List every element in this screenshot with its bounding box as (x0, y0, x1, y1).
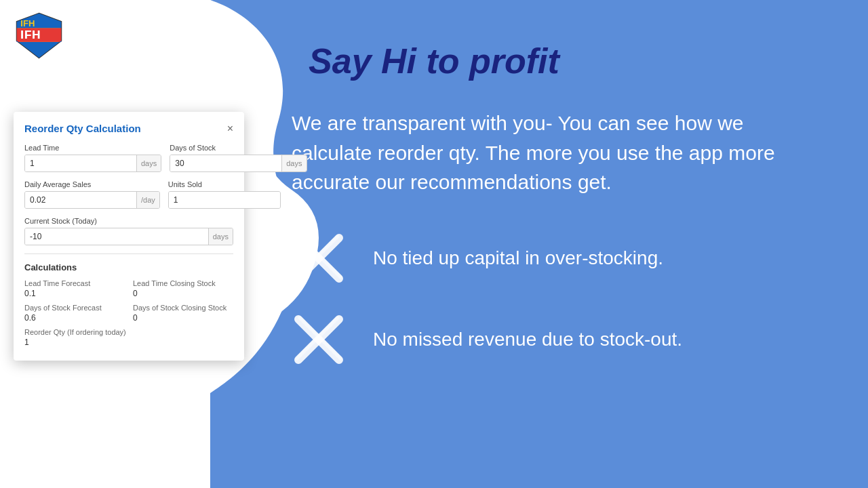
reorder-qty-modal: Reorder Qty Calculation × Lead Time days… (14, 112, 244, 361)
units-sold-input-wrapper (168, 191, 281, 209)
form-row-1: Lead Time days Days of Stock days (24, 144, 233, 172)
lead-time-closing-stock-value: 0 (133, 289, 233, 298)
feature-text-1: No tied up capital in over-stocking. (373, 247, 663, 269)
lead-time-input[interactable] (25, 155, 136, 171)
modal-title: Reorder Qty Calculation (24, 123, 141, 134)
feature-item-2: No missed revenue due to stock-out. (292, 312, 827, 367)
x-mark-icon-1 (292, 231, 346, 285)
units-sold-group: Units Sold (168, 180, 281, 209)
units-sold-input[interactable] (169, 192, 280, 208)
current-stock-suffix: days (208, 228, 233, 245)
modal-close-button[interactable]: × (227, 123, 233, 134)
days-stock-closing-item: Days of Stock Closing Stock 0 (133, 304, 233, 323)
current-stock-group: Current Stock (Today) days (24, 217, 233, 245)
lead-time-input-wrapper: days (24, 155, 161, 172)
form-row-3: Current Stock (Today) days (24, 217, 233, 245)
days-stock-forecast-item: Days of Stock Forecast 0.6 (24, 304, 125, 323)
lead-time-forecast-label: Lead Time Forecast (24, 279, 125, 287)
svg-text:IFH: IFH (20, 18, 35, 28)
lead-time-forecast-item: Lead Time Forecast 0.1 (24, 279, 125, 298)
days-of-stock-input[interactable] (170, 155, 281, 171)
reorder-qty-label: Reorder Qty (If ordering today) (24, 328, 233, 336)
page-title: Say Hi to profit (0, 41, 868, 81)
feature-item-1: No tied up capital in over-stocking. (292, 231, 827, 285)
daily-avg-sales-input[interactable] (25, 192, 136, 208)
x-mark-icon-2 (292, 312, 346, 367)
logo: IFH IFH IFH (14, 10, 64, 61)
days-of-stock-suffix: days (281, 155, 306, 171)
daily-avg-sales-input-wrapper: /day (24, 191, 160, 209)
lead-time-forecast-value: 0.1 (24, 289, 125, 298)
modal-header: Reorder Qty Calculation × (24, 123, 233, 134)
daily-avg-sales-label: Daily Average Sales (24, 180, 160, 188)
calc-row-1: Lead Time Forecast 0.1 Lead Time Closing… (24, 279, 233, 298)
units-sold-label: Units Sold (168, 180, 281, 188)
lead-time-closing-stock-item: Lead Time Closing Stock 0 (133, 279, 233, 298)
description-text: We are transparent with you- You can see… (292, 108, 821, 197)
reorder-qty-item: Reorder Qty (If ordering today) 1 (24, 328, 233, 347)
days-of-stock-input-wrapper: days (170, 155, 307, 172)
days-stock-forecast-value: 0.6 (24, 313, 125, 323)
days-stock-forecast-label: Days of Stock Forecast (24, 304, 125, 312)
current-stock-input-wrapper: days (24, 228, 233, 245)
days-of-stock-label: Days of Stock (170, 144, 307, 152)
current-stock-label: Current Stock (Today) (24, 217, 233, 225)
lead-time-label: Lead Time (24, 144, 161, 152)
current-stock-input[interactable] (25, 228, 208, 245)
feature-text-2: No missed revenue due to stock-out. (373, 329, 682, 350)
svg-text:IFH: IFH (20, 28, 41, 41)
calculations-title: Calculations (24, 262, 233, 272)
days-stock-closing-label: Days of Stock Closing Stock (133, 304, 233, 312)
form-row-2: Daily Average Sales /day Units Sold (24, 180, 233, 209)
days-of-stock-group: Days of Stock days (170, 144, 307, 172)
daily-avg-sales-group: Daily Average Sales /day (24, 180, 160, 209)
calc-row-2: Days of Stock Forecast 0.6 Days of Stock… (24, 304, 233, 323)
svg-marker-5 (17, 41, 62, 58)
lead-time-suffix: days (136, 155, 161, 171)
divider (24, 253, 233, 254)
reorder-qty-value: 1 (24, 338, 233, 347)
daily-avg-sales-suffix: /day (136, 192, 159, 208)
lead-time-group: Lead Time days (24, 144, 161, 172)
lead-time-closing-stock-label: Lead Time Closing Stock (133, 279, 233, 287)
days-stock-closing-value: 0 (133, 313, 233, 323)
